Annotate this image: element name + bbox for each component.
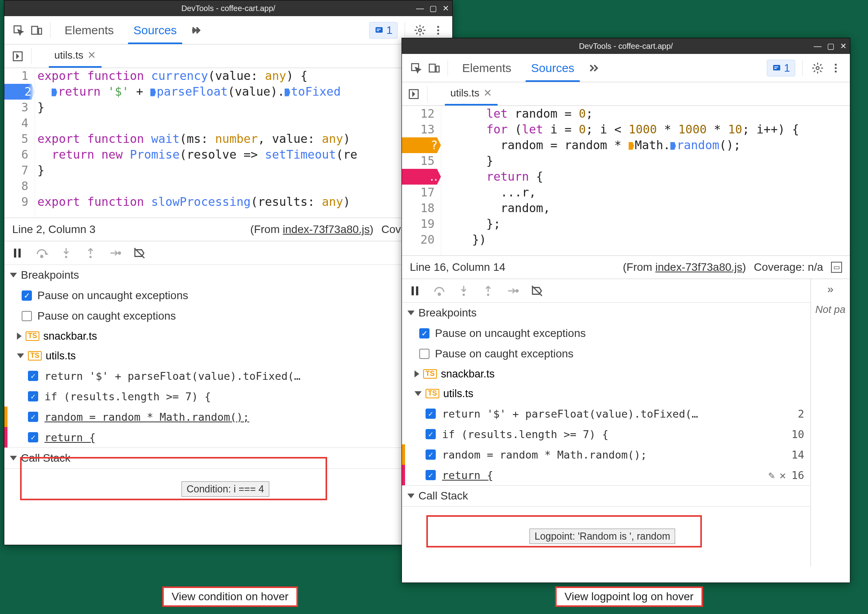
step-into-icon[interactable] bbox=[457, 284, 470, 298]
device-icon[interactable] bbox=[426, 60, 442, 76]
source-map-link[interactable]: index-73f73a80.js bbox=[283, 223, 370, 235]
navigator-toggle-icon[interactable] bbox=[10, 48, 26, 64]
checkbox-icon[interactable] bbox=[22, 311, 32, 321]
code-editor[interactable]: 123456789 export function currency(value… bbox=[4, 68, 452, 218]
chevron-right-icon bbox=[17, 333, 22, 340]
pause-uncaught-row[interactable]: Pause on uncaught exceptions bbox=[402, 323, 811, 344]
breakpoints-header[interactable]: Breakpoints bbox=[4, 265, 452, 285]
tab-elements[interactable]: Elements bbox=[453, 54, 520, 82]
checkbox-icon[interactable] bbox=[28, 412, 38, 422]
coverage-icon[interactable]: ▭ bbox=[831, 262, 842, 273]
breakpoint-text: return { bbox=[44, 431, 428, 444]
svg-point-15 bbox=[89, 256, 92, 258]
step-over-icon[interactable] bbox=[433, 284, 446, 298]
titlebar[interactable]: DevTools - coffee-cart.app/ — ▢ ✕ bbox=[4, 0, 452, 16]
step-out-icon[interactable] bbox=[481, 284, 495, 298]
breakpoint-row[interactable]: if (results.length >= 7) {10 bbox=[402, 424, 811, 444]
step-out-icon[interactable] bbox=[84, 246, 97, 260]
close-tab-icon[interactable]: ✕ bbox=[483, 87, 492, 99]
chevron-down-icon bbox=[407, 311, 415, 315]
checkbox-icon[interactable] bbox=[28, 371, 38, 381]
file-tabstrip: utils.ts ✕ bbox=[4, 44, 452, 68]
devtools-window-right: DevTools - coffee-cart.app/ — ▢ ✕ Elemen… bbox=[402, 38, 850, 583]
issues-badge[interactable]: 1 bbox=[767, 60, 795, 76]
file-tab-utils[interactable]: utils.ts ✕ bbox=[445, 82, 498, 105]
checkbox-icon[interactable] bbox=[426, 429, 436, 439]
breakpoints-header[interactable]: Breakpoints bbox=[402, 303, 811, 323]
breakpoint-row[interactable]: return '$' + parseFloat(value).toFixed(…… bbox=[402, 403, 811, 424]
titlebar[interactable]: DevTools - coffee-cart.app/ — ▢ ✕ bbox=[402, 38, 850, 54]
tab-elements[interactable]: Elements bbox=[56, 16, 122, 44]
caption-right: View logpoint log on hover bbox=[555, 586, 703, 607]
call-stack-header[interactable]: Call Stack bbox=[402, 486, 811, 506]
device-icon[interactable] bbox=[29, 22, 44, 38]
inspect-icon[interactable] bbox=[11, 22, 26, 38]
minimize-icon[interactable]: — bbox=[814, 42, 822, 50]
maximize-icon[interactable]: ▢ bbox=[429, 4, 437, 12]
svg-rect-28 bbox=[412, 286, 414, 295]
breakpoint-row[interactable]: if (results.length >= 7) {10 bbox=[4, 386, 452, 407]
kebab-icon[interactable] bbox=[430, 22, 446, 38]
svg-rect-5 bbox=[377, 30, 379, 31]
pause-caught-row[interactable]: Pause on caught exceptions bbox=[4, 306, 452, 326]
pause-icon[interactable] bbox=[11, 246, 24, 260]
checkbox-icon[interactable] bbox=[419, 349, 429, 359]
navigator-toggle-icon[interactable] bbox=[406, 86, 422, 102]
breakpoints-pane: Breakpoints Pause on uncaught exceptions… bbox=[402, 303, 811, 486]
close-icon[interactable]: ✕ bbox=[442, 4, 449, 12]
svg-rect-29 bbox=[416, 286, 418, 295]
close-tab-icon[interactable]: ✕ bbox=[87, 49, 96, 61]
step-icon[interactable] bbox=[108, 246, 122, 260]
file-tab-utils[interactable]: utils.ts ✕ bbox=[49, 44, 102, 68]
inspect-icon[interactable] bbox=[408, 60, 424, 76]
tab-sources[interactable]: Sources bbox=[522, 54, 583, 82]
more-panels-icon[interactable]: » bbox=[827, 283, 834, 296]
deactivate-breakpoints-icon[interactable] bbox=[530, 284, 544, 298]
source-map-link[interactable]: index-73f73a80.js bbox=[655, 261, 742, 273]
more-tabs-icon[interactable] bbox=[188, 22, 204, 38]
deactivate-breakpoints-icon[interactable] bbox=[133, 246, 146, 260]
bp-file-snackbar[interactable]: TS snackbar.ts bbox=[402, 364, 811, 384]
checkbox-icon[interactable] bbox=[426, 470, 436, 480]
settings-icon[interactable] bbox=[810, 60, 825, 76]
checkbox-icon[interactable] bbox=[28, 432, 38, 442]
breakpoint-text: random = random * Math.random(); bbox=[442, 449, 786, 461]
tab-sources[interactable]: Sources bbox=[125, 16, 185, 44]
kebab-icon[interactable] bbox=[828, 60, 844, 76]
breakpoint-row[interactable]: return {16 bbox=[4, 427, 452, 448]
chevron-right-icon bbox=[415, 370, 419, 377]
pause-uncaught-row[interactable]: Pause on uncaught exceptions bbox=[4, 285, 452, 306]
checkbox-icon[interactable] bbox=[22, 290, 32, 301]
issues-badge[interactable]: 1 bbox=[369, 22, 398, 39]
step-into-icon[interactable] bbox=[59, 246, 73, 260]
highlight-box bbox=[426, 515, 702, 547]
bp-file-snackbar[interactable]: TS snackbar.ts bbox=[4, 326, 452, 346]
checkbox-icon[interactable] bbox=[426, 449, 436, 460]
minimize-icon[interactable]: — bbox=[416, 4, 424, 12]
debug-toolbar bbox=[402, 279, 811, 303]
bp-file-utils[interactable]: TS utils.ts bbox=[4, 346, 452, 366]
step-over-icon[interactable] bbox=[35, 246, 48, 260]
breakpoint-row[interactable]: random = random * Math.random();✎✕14 bbox=[4, 407, 452, 427]
breakpoint-row[interactable]: random = random * Math.random();14 bbox=[402, 444, 811, 465]
breakpoint-row[interactable]: return '$' + parseFloat(value).toFixed(…… bbox=[4, 366, 452, 386]
bp-file-utils[interactable]: TS utils.ts bbox=[402, 384, 811, 403]
call-stack-header[interactable]: Call Stack bbox=[4, 448, 452, 468]
maximize-icon[interactable]: ▢ bbox=[827, 42, 835, 50]
settings-icon[interactable] bbox=[412, 22, 428, 38]
edit-icon[interactable]: ✎ bbox=[768, 469, 775, 481]
code-editor[interactable]: 1213?15‥17181920 let random = 0; for (le… bbox=[402, 106, 850, 255]
breakpoint-row[interactable]: return {✎✕16 bbox=[402, 465, 811, 485]
step-icon[interactable] bbox=[506, 284, 519, 298]
delete-icon[interactable]: ✕ bbox=[779, 469, 786, 481]
pause-caught-row[interactable]: Pause on caught exceptions bbox=[402, 344, 811, 364]
checkbox-icon[interactable] bbox=[426, 409, 436, 419]
pause-icon[interactable] bbox=[408, 284, 422, 298]
checkbox-icon[interactable] bbox=[419, 328, 429, 338]
status-bar: Line 16, Column 14 (From index-73f73a80.… bbox=[402, 255, 850, 279]
breakpoint-line: 2 bbox=[792, 408, 804, 420]
call-stack-pane: Call Stack bbox=[4, 448, 452, 469]
more-tabs-icon[interactable] bbox=[585, 60, 601, 76]
checkbox-icon[interactable] bbox=[28, 391, 38, 401]
close-icon[interactable]: ✕ bbox=[840, 42, 847, 50]
